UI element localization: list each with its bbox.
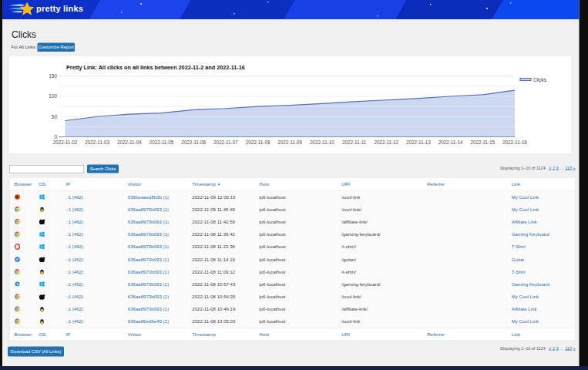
svg-text:2022-11-16: 2022-11-16 xyxy=(502,140,527,145)
svg-text:50: 50 xyxy=(52,114,58,119)
svg-text:Pretty Link: All clicks on all: Pretty Link: All clicks on all links bet… xyxy=(66,64,245,71)
svg-text:2022-11-03: 2022-11-03 xyxy=(85,140,109,145)
svg-text:2022-11-06: 2022-11-06 xyxy=(181,140,206,145)
svg-text:2022-11-11: 2022-11-11 xyxy=(342,140,367,145)
svg-text:2022-11-10: 2022-11-10 xyxy=(310,140,334,145)
svg-text:2022-11-15: 2022-11-15 xyxy=(470,140,495,145)
svg-text:100: 100 xyxy=(49,93,57,99)
svg-text:2022-11-07: 2022-11-07 xyxy=(213,140,238,145)
svg-text:2022-11-14: 2022-11-14 xyxy=(438,140,463,145)
svg-text:2022-11-09: 2022-11-09 xyxy=(277,140,302,145)
svg-text:150: 150 xyxy=(49,73,57,79)
svg-text:2022-11-13: 2022-11-13 xyxy=(406,140,431,145)
svg-text:2022-11-04: 2022-11-04 xyxy=(117,140,142,145)
svg-text:2022-11-05: 2022-11-05 xyxy=(150,140,174,145)
svg-text:2022-11-12: 2022-11-12 xyxy=(374,140,398,145)
svg-text:2022-11-02: 2022-11-02 xyxy=(53,140,78,145)
svg-text:Clicks: Clicks xyxy=(533,77,546,82)
svg-text:2022-11-08: 2022-11-08 xyxy=(246,140,270,145)
